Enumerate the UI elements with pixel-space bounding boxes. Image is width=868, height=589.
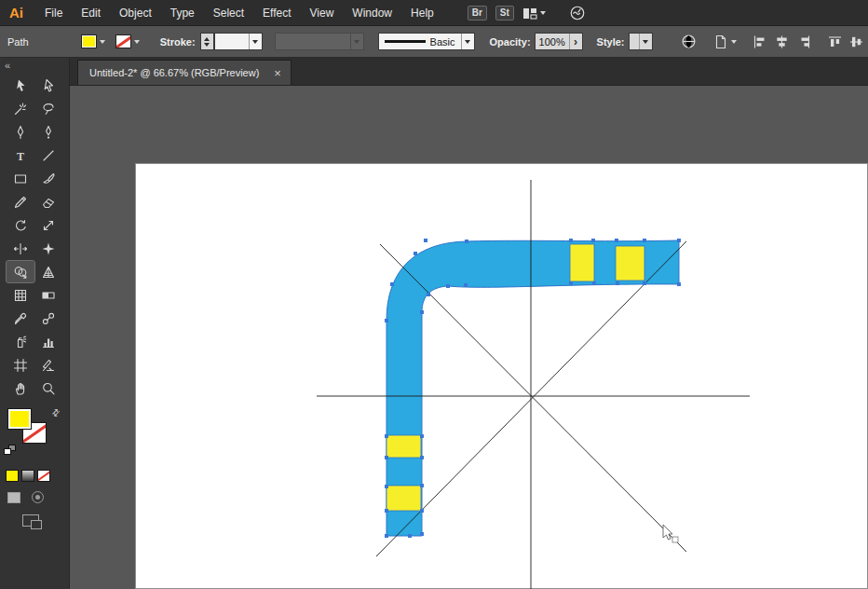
canvas-area[interactable] xyxy=(70,86,868,589)
menu-file[interactable]: File xyxy=(35,7,72,20)
anchor-point[interactable] xyxy=(385,319,388,322)
slice-tool[interactable] xyxy=(34,354,62,376)
type-tool[interactable]: T xyxy=(7,144,34,166)
menu-help[interactable]: Help xyxy=(401,7,443,20)
anchor-point[interactable] xyxy=(465,240,468,243)
menu-select[interactable]: Select xyxy=(204,7,253,20)
band-rect[interactable] xyxy=(570,244,594,281)
anchor-point[interactable] xyxy=(390,282,394,286)
magic-wand-tool[interactable] xyxy=(7,98,34,119)
app-logo[interactable]: Ai xyxy=(0,5,35,21)
anchor-point[interactable] xyxy=(592,281,596,285)
document-info-button[interactable] xyxy=(681,34,697,49)
anchor-point[interactable] xyxy=(385,434,388,438)
rectangle-tool[interactable] xyxy=(7,168,34,189)
anchor-point[interactable] xyxy=(643,281,646,285)
stock-button[interactable]: St xyxy=(495,6,514,21)
anchor-point[interactable] xyxy=(408,534,412,538)
perspective-grid-tool[interactable] xyxy=(34,261,62,282)
menu-edit[interactable]: Edit xyxy=(72,7,110,20)
style-select[interactable] xyxy=(629,33,653,50)
anchor-point[interactable] xyxy=(677,239,681,242)
workspace-switcher[interactable] xyxy=(522,6,546,21)
anchor-point[interactable] xyxy=(420,310,424,314)
menu-view[interactable]: View xyxy=(301,7,344,20)
free-transform-tool[interactable] xyxy=(34,238,62,259)
anchor-point[interactable] xyxy=(591,239,595,242)
anchor-point[interactable] xyxy=(569,239,573,242)
eyedropper-tool[interactable] xyxy=(7,308,34,329)
menu-window[interactable]: Window xyxy=(343,7,401,20)
selection-tool[interactable] xyxy=(7,75,34,96)
artboard-tool[interactable] xyxy=(7,354,34,376)
zoom-tool[interactable] xyxy=(34,377,62,399)
anchor-point[interactable] xyxy=(427,293,430,296)
gradient-button[interactable] xyxy=(21,470,34,482)
anchor-point[interactable] xyxy=(569,281,573,285)
anchor-point[interactable] xyxy=(385,485,388,488)
gradient-tool[interactable] xyxy=(34,284,62,306)
align-right-button[interactable] xyxy=(796,34,812,49)
paintbrush-tool[interactable] xyxy=(34,168,62,189)
direct-selection-tool[interactable] xyxy=(34,75,62,96)
anchor-point[interactable] xyxy=(414,252,417,255)
pencil-tool[interactable] xyxy=(7,191,34,212)
swap-fill-stroke-icon[interactable]: ⇄ xyxy=(49,406,61,418)
anchor-point[interactable] xyxy=(464,283,468,287)
band-rect[interactable] xyxy=(387,486,421,511)
fill-swatch[interactable] xyxy=(7,408,32,430)
fill-color-swatch[interactable] xyxy=(81,34,97,48)
anchor-point[interactable] xyxy=(420,484,424,487)
band-rect[interactable] xyxy=(387,435,421,458)
anchor-point[interactable] xyxy=(424,239,427,242)
stroke-color-swatch[interactable] xyxy=(115,34,131,48)
opacity-slider-icon[interactable]: › xyxy=(569,34,582,49)
width-tool[interactable] xyxy=(7,238,34,259)
opacity-field[interactable]: 100% › xyxy=(535,33,583,50)
align-top-button[interactable] xyxy=(827,34,843,49)
stroke-weight-select[interactable] xyxy=(214,33,263,50)
draw-behind-button[interactable] xyxy=(32,491,44,503)
anchor-point[interactable] xyxy=(446,284,450,288)
document-setup-button[interactable] xyxy=(713,34,737,49)
anchor-point[interactable] xyxy=(420,532,424,536)
column-graph-tool[interactable] xyxy=(34,331,62,352)
align-left-button[interactable] xyxy=(752,34,767,49)
anchor-point[interactable] xyxy=(616,281,619,285)
anchor-point[interactable] xyxy=(385,534,388,538)
align-center-button[interactable] xyxy=(774,34,790,49)
document-tab[interactable]: Untitled-2* @ 66.67% (RGB/Preview) × xyxy=(77,60,292,85)
draw-normal-button[interactable] xyxy=(7,492,20,503)
line-segment-tool[interactable] xyxy=(34,144,62,166)
menu-type[interactable]: Type xyxy=(161,7,204,20)
pen-tool[interactable] xyxy=(7,121,34,143)
mesh-tool[interactable] xyxy=(7,284,34,306)
pipe-shape[interactable] xyxy=(387,240,679,536)
close-tab-icon[interactable]: × xyxy=(274,67,281,79)
shape-builder-tool[interactable] xyxy=(7,261,34,282)
anchor-point[interactable] xyxy=(420,456,424,459)
band-rect[interactable] xyxy=(616,246,644,281)
anchor-point[interactable] xyxy=(643,239,646,242)
symbol-sprayer-tool[interactable] xyxy=(7,331,34,352)
align-vcenter-button[interactable] xyxy=(848,34,864,49)
rotate-tool[interactable] xyxy=(7,214,34,236)
color-button[interactable] xyxy=(6,470,19,482)
scale-tool[interactable] xyxy=(34,214,62,236)
stroke-weight-stepper[interactable] xyxy=(200,33,214,50)
menu-object[interactable]: Object xyxy=(110,7,161,20)
menu-effect[interactable]: Effect xyxy=(253,7,300,20)
brush-definition-select[interactable]: Basic xyxy=(378,33,475,50)
anchor-point[interactable] xyxy=(385,456,388,459)
curvature-tool[interactable] xyxy=(34,121,62,143)
anchor-point[interactable] xyxy=(677,282,681,286)
default-fill-stroke-icon[interactable] xyxy=(4,445,18,457)
lasso-tool[interactable] xyxy=(34,98,62,119)
anchor-point[interactable] xyxy=(420,509,424,513)
collapse-panel-button[interactable]: « xyxy=(0,58,69,73)
anchor-point[interactable] xyxy=(615,239,618,242)
anchor-point[interactable] xyxy=(385,509,388,513)
stroke-dropdown-icon[interactable] xyxy=(134,40,140,44)
none-button[interactable] xyxy=(37,470,50,482)
sync-settings-icon[interactable] xyxy=(569,5,586,21)
